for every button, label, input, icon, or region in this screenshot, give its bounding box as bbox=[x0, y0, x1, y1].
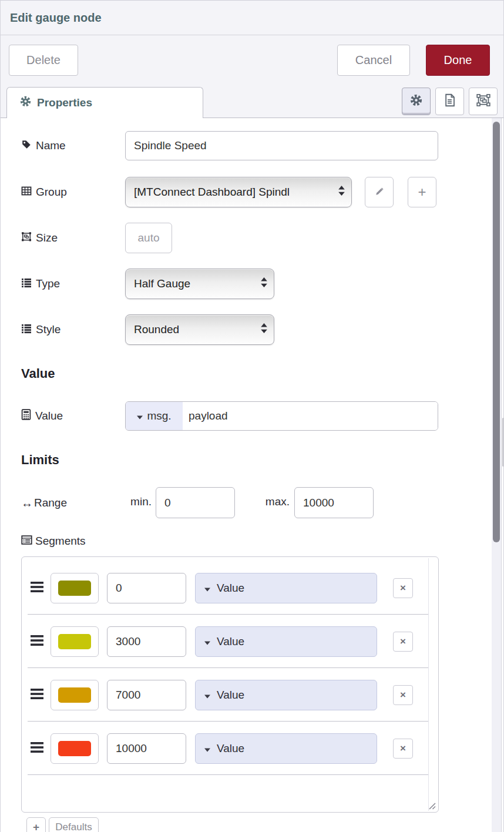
segment-value-input[interactable] bbox=[107, 573, 186, 603]
segment-color-swatch bbox=[58, 634, 91, 649]
min-label: min. bbox=[121, 495, 152, 508]
caret-down-icon bbox=[204, 742, 210, 755]
segment-color-swatch bbox=[58, 687, 91, 703]
segment-color-swatch bbox=[58, 581, 91, 596]
segment-mode-dropdown[interactable]: Value bbox=[195, 733, 377, 764]
segment-mode-dropdown[interactable]: Value bbox=[195, 626, 377, 657]
caret-down-icon bbox=[204, 635, 210, 648]
remove-segment-button[interactable]: × bbox=[393, 739, 413, 759]
action-bar: Delete Cancel Done bbox=[1, 35, 503, 85]
caret-down-icon bbox=[204, 689, 210, 702]
type-select-value: Half Gauge bbox=[134, 277, 254, 290]
segment-row: Value × bbox=[22, 668, 438, 722]
segment-mode-label: Value bbox=[217, 635, 244, 648]
drag-handle-icon[interactable] bbox=[31, 582, 43, 595]
caret-down-icon bbox=[204, 582, 210, 595]
limits-section-heading: Limits bbox=[21, 452, 59, 468]
group-select-value: [MTConnect Dashboard] Spindl bbox=[134, 186, 331, 199]
tab-properties-label: Properties bbox=[37, 96, 92, 109]
typed-input-type-button[interactable]: msg. bbox=[126, 402, 183, 430]
segment-color-button[interactable] bbox=[51, 680, 99, 710]
caret-down-icon bbox=[137, 410, 143, 422]
resize-grip[interactable] bbox=[427, 801, 436, 810]
tab-properties[interactable]: Properties bbox=[6, 87, 203, 118]
remove-segment-button[interactable]: × bbox=[393, 685, 413, 705]
type-select[interactable]: Half Gauge bbox=[125, 269, 274, 299]
delete-button[interactable]: Delete bbox=[9, 45, 78, 76]
style-label: Style bbox=[21, 322, 61, 337]
document-icon bbox=[443, 93, 456, 109]
segment-row: Value × bbox=[22, 615, 438, 668]
value-typed-input: msg. bbox=[125, 401, 438, 431]
appearance-view-button[interactable] bbox=[469, 88, 498, 115]
range-min-input[interactable] bbox=[156, 487, 235, 518]
max-label: max. bbox=[257, 495, 290, 508]
table-icon bbox=[21, 186, 32, 199]
tab-strip: Properties bbox=[1, 85, 503, 118]
size-label: Size bbox=[21, 230, 58, 246]
remove-segment-button[interactable]: × bbox=[393, 632, 413, 652]
segment-mode-label: Value bbox=[217, 689, 244, 702]
drag-handle-icon[interactable] bbox=[31, 742, 43, 755]
drag-handle-icon[interactable] bbox=[31, 689, 43, 702]
description-view-button[interactable] bbox=[435, 88, 464, 115]
cancel-button[interactable]: Cancel bbox=[337, 45, 410, 76]
close-icon: × bbox=[400, 636, 406, 648]
edit-gauge-node-dialog: Edit gauge node Delete Cancel Done Prope… bbox=[0, 0, 504, 832]
select-arrows-icon bbox=[261, 323, 267, 336]
segment-value-input[interactable] bbox=[107, 680, 186, 710]
segment-color-button[interactable] bbox=[51, 573, 99, 603]
done-button[interactable]: Done bbox=[426, 45, 490, 76]
range-label: ↔ Range bbox=[21, 495, 67, 511]
scrollbar-thumb[interactable] bbox=[493, 122, 500, 542]
object-group-icon bbox=[476, 93, 490, 109]
segment-value-input[interactable] bbox=[107, 626, 186, 657]
segment-value-input[interactable] bbox=[107, 733, 186, 764]
remove-segment-button[interactable]: × bbox=[393, 578, 413, 598]
style-select[interactable]: Rounded bbox=[125, 314, 274, 345]
segment-color-swatch bbox=[58, 741, 91, 756]
list-alt-icon bbox=[21, 535, 32, 548]
close-icon: × bbox=[400, 582, 406, 594]
properties-view-button[interactable] bbox=[402, 88, 431, 115]
gear-icon bbox=[20, 96, 31, 110]
segments-label: Segments bbox=[21, 534, 86, 549]
arrows-horizontal-icon: ↔ bbox=[21, 496, 33, 510]
calculator-icon bbox=[21, 409, 31, 423]
value-label: Value bbox=[21, 408, 63, 424]
close-icon: × bbox=[400, 689, 406, 701]
segment-mode-label: Value bbox=[217, 582, 244, 595]
type-label: Type bbox=[21, 276, 60, 291]
pencil-icon bbox=[374, 186, 385, 199]
value-input[interactable] bbox=[183, 402, 438, 430]
range-max-input[interactable] bbox=[294, 487, 374, 518]
tag-icon bbox=[21, 139, 32, 153]
dialog-header: Edit gauge node bbox=[1, 1, 503, 35]
style-select-value: Rounded bbox=[134, 323, 254, 336]
name-label: Name bbox=[21, 138, 66, 153]
list-icon bbox=[21, 323, 32, 337]
object-group-icon bbox=[21, 232, 32, 245]
segment-mode-dropdown[interactable]: Value bbox=[195, 680, 377, 710]
segment-row: Value × bbox=[22, 561, 438, 615]
segment-color-button[interactable] bbox=[51, 733, 99, 764]
defaults-button[interactable]: Defaults bbox=[49, 817, 99, 832]
name-input[interactable] bbox=[125, 131, 438, 160]
typed-input-prefix-label: msg. bbox=[147, 410, 171, 422]
add-group-button[interactable]: + bbox=[408, 177, 436, 207]
edit-group-button[interactable] bbox=[365, 177, 394, 207]
value-section-heading: Value bbox=[21, 366, 55, 381]
segment-color-button[interactable] bbox=[51, 626, 99, 657]
list-icon bbox=[21, 277, 32, 291]
segments-editable-list: Value × Value × bbox=[21, 556, 439, 813]
segments-list: Value × Value × bbox=[22, 561, 438, 775]
group-select[interactable]: [MTConnect Dashboard] Spindl bbox=[125, 177, 352, 207]
size-auto-button[interactable]: auto bbox=[125, 223, 172, 253]
divider bbox=[428, 558, 429, 811]
segment-mode-dropdown[interactable]: Value bbox=[195, 573, 377, 603]
gear-icon bbox=[410, 94, 422, 109]
drag-handle-icon[interactable] bbox=[31, 635, 43, 648]
add-segment-button[interactable]: + bbox=[26, 817, 46, 832]
select-arrows-icon bbox=[261, 277, 267, 290]
group-label: Group bbox=[21, 184, 67, 200]
